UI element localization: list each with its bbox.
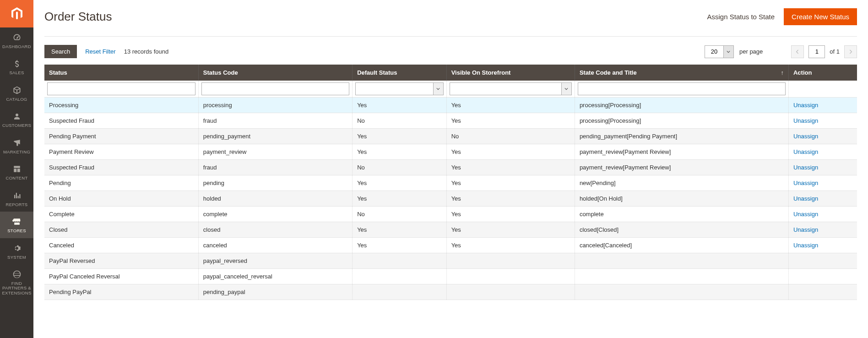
- order-status-grid: Status Status Code Default Status Visibl…: [44, 65, 857, 300]
- cell-action: Unassign: [788, 160, 857, 175]
- table-row[interactable]: Payment Reviewpayment_reviewYesYespaymen…: [44, 144, 857, 160]
- filter-row: [44, 81, 857, 98]
- cell-default: Yes: [353, 129, 447, 144]
- filter-default-select[interactable]: [355, 82, 434, 95]
- magento-logo[interactable]: [0, 0, 33, 27]
- unassign-link[interactable]: Unassign: [793, 180, 818, 186]
- table-row[interactable]: PayPal Canceled Reversalpaypal_canceled_…: [44, 269, 857, 284]
- column-header-status[interactable]: Status: [44, 65, 198, 81]
- next-page-button[interactable]: [844, 45, 857, 58]
- page-of-label: of 1: [830, 48, 840, 55]
- sidebar-item-catalog[interactable]: Catalog: [0, 80, 33, 106]
- unassign-link[interactable]: Unassign: [793, 148, 818, 155]
- sidebar-item-label: Reports: [6, 202, 28, 207]
- sidebar-item-partners[interactable]: Find Partners & Extensions: [0, 264, 33, 300]
- reset-filter-link[interactable]: Reset Filter: [85, 48, 115, 55]
- cell-code: fraud: [198, 113, 352, 129]
- table-row[interactable]: On HoldholdedYesYesholded[On Hold]Unassi…: [44, 191, 857, 207]
- table-row[interactable]: Pending Paymentpending_paymentYesNopendi…: [44, 129, 857, 144]
- filter-visible-select[interactable]: [450, 82, 562, 95]
- filter-visible-dropdown-button[interactable]: [562, 82, 572, 95]
- sidebar-item-content[interactable]: Content: [0, 159, 33, 185]
- assign-status-button[interactable]: Assign Status to State: [707, 13, 775, 21]
- sidebar-item-customers[interactable]: Customers: [0, 106, 33, 132]
- sidebar-item-label: Content: [5, 176, 27, 180]
- table-row[interactable]: PayPal Reversedpaypal_reversed: [44, 253, 857, 269]
- cell-state: canceled[Canceled]: [575, 238, 788, 253]
- unassign-link[interactable]: Unassign: [793, 117, 818, 124]
- column-header-default[interactable]: Default Status: [353, 65, 447, 81]
- person-icon: [13, 111, 21, 122]
- filter-state-input[interactable]: [578, 82, 786, 95]
- header-actions: Assign Status to State Create New Status: [707, 8, 857, 25]
- table-row[interactable]: CompletecompleteNoYescompleteUnassign: [44, 207, 857, 222]
- cell-status: Suspected Fraud: [44, 160, 198, 175]
- table-row[interactable]: ProcessingprocessingYesYesprocessing[Pro…: [44, 98, 857, 113]
- cell-status: Closed: [44, 222, 198, 238]
- cell-state: [575, 284, 788, 300]
- page-size-input[interactable]: [705, 45, 724, 58]
- sidebar-item-sales[interactable]: Sales: [0, 54, 33, 80]
- cell-default: Yes: [353, 238, 447, 253]
- megaphone-icon: [12, 137, 22, 148]
- cell-code: closed: [198, 222, 352, 238]
- unassign-link[interactable]: Unassign: [793, 242, 818, 249]
- filter-status-input[interactable]: [47, 82, 195, 95]
- cell-state: payment_review[Payment Review]: [575, 160, 788, 175]
- page-size-dropdown-button[interactable]: [724, 45, 734, 58]
- column-header-visible[interactable]: Visible On Storefront: [446, 65, 575, 81]
- unassign-link[interactable]: Unassign: [793, 102, 818, 109]
- unassign-link[interactable]: Unassign: [793, 133, 818, 140]
- cell-code: pending_payment: [198, 129, 352, 144]
- sidebar-item-reports[interactable]: Reports: [0, 185, 33, 212]
- search-button[interactable]: Search: [44, 45, 77, 58]
- main-content: Order Status Assign Status to State Crea…: [33, 0, 868, 338]
- sidebar-item-dashboard[interactable]: Dashboard: [0, 27, 33, 54]
- gear-icon: [13, 243, 21, 254]
- cell-status: Payment Review: [44, 144, 198, 160]
- column-header-state[interactable]: State Code and Title↑: [575, 65, 788, 81]
- prev-page-button[interactable]: [791, 45, 804, 58]
- filter-default-dropdown-button[interactable]: [434, 82, 444, 95]
- box-icon: [12, 85, 22, 96]
- sidebar-item-system[interactable]: System: [0, 238, 33, 264]
- unassign-link[interactable]: Unassign: [793, 211, 818, 218]
- cell-default: Yes: [353, 144, 447, 160]
- sidebar-item-marketing[interactable]: Marketing: [0, 133, 33, 159]
- sidebar: Dashboard Sales Catalog Customers Market…: [0, 0, 33, 338]
- grid-toolbar: Search Reset Filter 13 records found per…: [44, 45, 857, 58]
- current-page-input[interactable]: [808, 45, 825, 58]
- column-header-code[interactable]: Status Code: [198, 65, 352, 81]
- cell-action: Unassign: [788, 175, 857, 191]
- table-row[interactable]: Suspected FraudfraudNoYesprocessing[Proc…: [44, 113, 857, 129]
- unassign-link[interactable]: Unassign: [793, 226, 818, 233]
- table-row[interactable]: Suspected FraudfraudNoYespayment_review[…: [44, 160, 857, 175]
- create-status-button[interactable]: Create New Status: [784, 8, 857, 25]
- table-row[interactable]: PendingpendingYesYesnew[Pending]Unassign: [44, 175, 857, 191]
- table-row[interactable]: Pending PayPalpending_paypal: [44, 284, 857, 300]
- sidebar-item-label: Catalog: [6, 97, 27, 102]
- cell-status: Pending PayPal: [44, 284, 198, 300]
- cell-code: pending_paypal: [198, 284, 352, 300]
- cell-state: new[Pending]: [575, 175, 788, 191]
- cell-code: paypal_canceled_reversal: [198, 269, 352, 284]
- layout-icon: [13, 164, 21, 174]
- sidebar-item-stores[interactable]: Stores: [0, 212, 33, 238]
- page-header: Order Status Assign Status to State Crea…: [44, 0, 857, 37]
- cell-action: Unassign: [788, 144, 857, 160]
- cell-visible: Yes: [446, 207, 575, 222]
- unassign-link[interactable]: Unassign: [793, 164, 818, 171]
- table-row[interactable]: ClosedclosedYesYesclosed[Closed]Unassign: [44, 222, 857, 238]
- cell-default: Yes: [353, 191, 447, 207]
- filter-code-input[interactable]: [201, 82, 349, 95]
- cell-default: Yes: [353, 98, 447, 113]
- cell-action: Unassign: [788, 191, 857, 207]
- cell-visible: No: [446, 129, 575, 144]
- table-row[interactable]: CanceledcanceledYesYescanceled[Canceled]…: [44, 238, 857, 253]
- cell-state: processing[Processing]: [575, 98, 788, 113]
- cell-default: No: [353, 113, 447, 129]
- cell-code: processing: [198, 98, 352, 113]
- cell-action: Unassign: [788, 129, 857, 144]
- unassign-link[interactable]: Unassign: [793, 195, 818, 202]
- cell-state: closed[Closed]: [575, 222, 788, 238]
